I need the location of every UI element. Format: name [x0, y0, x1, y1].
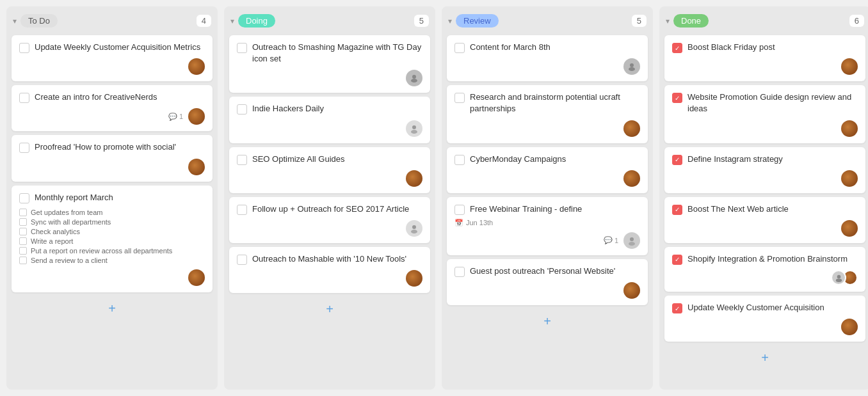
subtask-checkbox[interactable]: [19, 209, 27, 216]
card-footer: [672, 270, 858, 285]
avatar: [406, 170, 422, 187]
calendar-icon: 📅: [454, 219, 463, 227]
card-footer: [454, 58, 640, 75]
add-card-button[interactable]: +: [12, 296, 213, 321]
avatar: [623, 282, 640, 299]
subtask-checkbox[interactable]: [19, 218, 27, 226]
card: Proofread 'How to promote with social': [12, 135, 213, 181]
svg-point-0: [412, 75, 416, 79]
card: Outreach to Smashing Magazine with TG Da…: [229, 35, 430, 93]
column-done: ▾Done6✓Boost Black Friday post✓Website P…: [659, 6, 868, 390]
card-footer: [672, 319, 858, 335]
card-footer: [454, 282, 640, 299]
kanban-board: ▾To Do4Update Weekly Customer Acquisitio…: [6, 6, 862, 390]
add-card-button[interactable]: +: [664, 345, 865, 370]
card: ✓Define Instagram strategy: [664, 147, 865, 193]
card-checkbox[interactable]: [237, 104, 247, 115]
card-checkbox[interactable]: [19, 43, 29, 53]
card-footer: [237, 120, 422, 137]
card-checkbox[interactable]: [237, 155, 247, 165]
svg-point-9: [629, 242, 635, 246]
card-footer: [237, 170, 422, 187]
card: SEO Optimize All Guides: [229, 147, 430, 193]
svg-point-7: [629, 67, 635, 71]
subtask-checkbox[interactable]: [19, 228, 27, 235]
chevron-down-icon[interactable]: ▾: [448, 17, 452, 26]
subtask-checkbox[interactable]: [19, 247, 27, 255]
card-footer: [237, 70, 422, 86]
comment-count: 💬1: [168, 113, 183, 121]
card-checkbox[interactable]: [19, 93, 29, 103]
card-checkbox[interactable]: [454, 205, 465, 215]
card-title: Follow up + Outreach for SEO 2017 Articl…: [252, 203, 422, 215]
card-checkbox[interactable]: [237, 205, 247, 215]
card-title: Free Webinar Training - define: [470, 203, 640, 215]
avatar: [623, 120, 640, 137]
card-checkbox[interactable]: ✓: [672, 155, 682, 165]
card-checkbox[interactable]: ✓: [672, 303, 682, 313]
avatar: [841, 58, 858, 75]
avatar: [841, 120, 858, 137]
card-checkbox[interactable]: ✓: [672, 205, 682, 215]
card: ✓Shopify Integration & Promotion Brainst…: [664, 247, 865, 292]
svg-point-6: [630, 63, 634, 67]
card: Indie Hackers Daily: [229, 97, 430, 143]
chevron-down-icon[interactable]: ▾: [13, 17, 17, 26]
add-card-button[interactable]: +: [229, 297, 430, 322]
card: Update Weekly Customer Acquisition Metri…: [12, 35, 213, 81]
card-checkbox[interactable]: [237, 43, 247, 53]
subtask-checkbox[interactable]: [19, 257, 27, 264]
add-card-button[interactable]: +: [447, 309, 648, 334]
card-footer: [454, 170, 640, 187]
avatar: [406, 120, 422, 137]
card: ✓Website Promotion Guide design review a…: [664, 85, 865, 143]
card-checkbox[interactable]: [237, 255, 247, 265]
svg-point-11: [835, 278, 841, 282]
subtask-label: Send a review to a client: [31, 257, 108, 264]
card: CyberMonday Campaigns: [447, 147, 648, 193]
card-footer: [237, 270, 422, 287]
card-title: Update Weekly Customer Acquisition Metri…: [35, 42, 205, 53]
chevron-down-icon[interactable]: ▾: [666, 17, 670, 26]
card: ✓Boost Black Friday post: [664, 35, 865, 81]
column-label-done: Done: [673, 14, 709, 28]
card-checkbox[interactable]: ✓: [672, 255, 682, 265]
avatar: [188, 159, 205, 175]
card: ✓Boost The Next Web article: [664, 197, 865, 243]
card-checkbox[interactable]: [454, 43, 465, 53]
avatar: [406, 270, 422, 287]
avatar: [841, 220, 858, 237]
card: Follow up + Outreach for SEO 2017 Articl…: [229, 197, 430, 243]
svg-point-8: [630, 237, 634, 241]
avatar: [831, 270, 858, 285]
card-checkbox[interactable]: ✓: [672, 93, 682, 103]
svg-point-10: [837, 274, 840, 278]
svg-point-5: [411, 230, 417, 234]
comment-number: 1: [179, 113, 183, 120]
card-checkbox[interactable]: [19, 143, 29, 153]
card-checkbox[interactable]: [454, 267, 465, 277]
comment-count: 💬1: [604, 236, 618, 244]
card-checkbox[interactable]: [454, 155, 465, 165]
card-title: CyberMonday Campaigns: [470, 154, 640, 165]
card-title: Website Promotion Guide design review an…: [687, 91, 858, 115]
card-title: Outreach to Smashing Magazine with TG Da…: [252, 42, 422, 65]
card-checkbox[interactable]: [19, 193, 29, 203]
card-footer: [237, 220, 422, 237]
card: ✓Update Weekly Customer Acquisition: [664, 296, 865, 342]
subtask-checkbox[interactable]: [19, 237, 27, 245]
card-title: Boost The Next Web article: [687, 203, 858, 215]
comment-icon: 💬: [168, 113, 177, 121]
card-footer: 💬1: [454, 232, 640, 249]
column-label-doing: Doing: [238, 14, 275, 28]
card-title: Define Instagram strategy: [687, 154, 858, 165]
chevron-down-icon[interactable]: ▾: [230, 17, 234, 26]
column-header: ▾To Do4: [12, 12, 213, 30]
svg-point-2: [412, 125, 416, 129]
subtask-item: Put a report on review across all depart…: [19, 247, 205, 255]
card-checkbox[interactable]: ✓: [672, 43, 682, 53]
card: Research and brainstorm potential ucraft…: [447, 85, 648, 143]
card-checkbox[interactable]: [454, 93, 465, 103]
column-count: 5: [632, 15, 647, 27]
column-header: ▾Doing5: [229, 12, 430, 30]
